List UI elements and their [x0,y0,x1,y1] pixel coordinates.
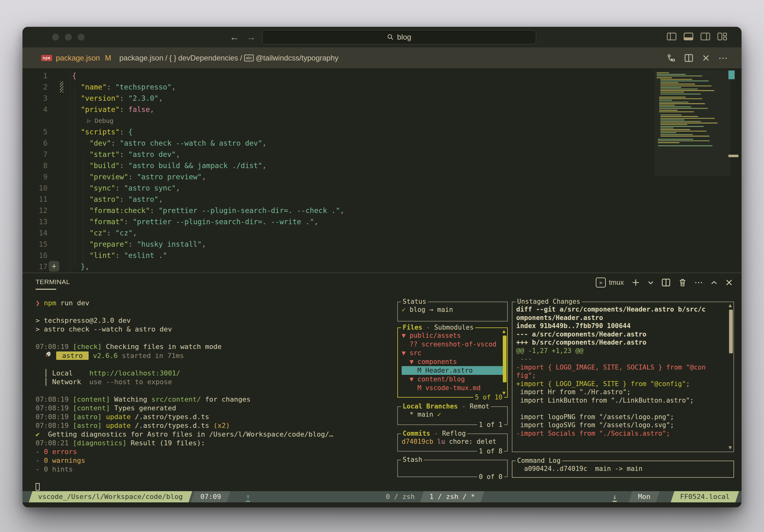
scroll-down-icon[interactable]: ▼ [727,445,733,450]
toggle-panel-icon[interactable] [683,32,693,41]
list-item-selected[interactable]: M Header.astro [402,366,505,375]
list-item[interactable]: M vscode-tmux.md [402,384,505,392]
forward-button[interactable]: → [247,31,256,43]
list-item[interactable]: ▼ components [402,357,505,366]
tmux-window-0[interactable]: 0 / zsh [386,491,415,502]
code-line: 1{ [23,70,344,81]
minimize-button[interactable] [65,34,72,41]
breadcrumb-file[interactable]: package.json [119,54,163,63]
list-item[interactable]: diff --git a/src/components/Header.astro… [516,305,731,314]
minimap-line [661,79,692,80]
list-item[interactable]: d74019cb lu chore: delet [402,437,505,446]
list-item[interactable]: --- a/src/components/Header.astro [516,330,731,339]
customize-layout-icon[interactable] [717,32,728,41]
list-item[interactable]: import logoPNG from "/assets/logo.png"; [516,413,731,421]
list-item[interactable]: ✓ blog → main [402,305,505,314]
scrollbar-thumb[interactable] [729,310,733,353]
scroll-down-icon[interactable]: ▼ [501,390,506,396]
list-item[interactable]: index 91b449b..7fbb790 100644 [516,322,731,330]
list-item[interactable]: +import { LOGO_IMAGE, SITE } from "@conf… [516,380,731,388]
text-line [36,360,333,369]
breadcrumb[interactable]: package.json/{ }devDependencies/abc@tail… [119,54,338,63]
lazygit-files-panel[interactable]: Files - Submodules▼ public/assets ?? scr… [397,328,508,398]
panel-counter: 0 of 0 [477,472,504,481]
text-line: 07:08:21 [diagnostics] Result (19 files)… [36,439,333,448]
tab-filename[interactable]: package.json [56,54,100,63]
close-panel-icon[interactable] [725,279,733,287]
code-line: 17 }, [23,261,344,272]
list-item[interactable]: @@ -1,27 +1,23 @@ [516,347,731,355]
breadcrumb-item[interactable]: @tailwindcss/typography [256,54,339,63]
list-item[interactable]: import LinkButton from "./LinkButton.ast… [516,396,731,405]
tmux-session-segment[interactable]: vscode_/Users/l/Workspace/code/blog [31,491,190,502]
kill-terminal-icon[interactable] [678,278,687,287]
tmux-window-1-active[interactable]: 1 / zsh / * [422,491,482,502]
more-actions-icon[interactable]: ⋯ [718,53,728,63]
list-item[interactable]: ?? screenshot-of-vscod [402,340,505,349]
terminal-session-chip[interactable]: > tmux [596,278,624,288]
terminal-console[interactable]: ❯ npm run dev > techspresso@2.3.0 dev> a… [36,299,333,491]
list-item[interactable]: -import Socials from "./Socials.astro"; [516,429,731,438]
toggle-primary-sidebar-icon[interactable] [667,32,676,41]
tmux-status-bar: vscode_/Users/l/Workspace/code/blog 07:0… [23,491,741,502]
terminal-more-icon[interactable]: ⋯ [694,278,703,287]
minimap-line [659,108,708,109]
titlebar: ← → blog [23,27,741,48]
minimap-line [659,98,702,99]
close-button[interactable] [52,34,59,41]
terminal-tab[interactable]: TERMINAL [36,278,70,290]
scroll-up-icon[interactable]: ▲ [727,303,733,308]
string-type-icon: abc [244,55,254,62]
breadcrumb-section[interactable]: devDependencies [178,54,238,63]
list-item[interactable]: ▼ src [402,349,505,357]
minimap-line [661,83,695,84]
minimap[interactable] [656,72,728,177]
code-line: 12 "format:check": "prettier --plugin-se… [23,205,344,216]
list-item[interactable]: a090424..d74019c main -> main [516,464,731,473]
back-button[interactable]: ← [230,31,239,43]
terminal-session-name: tmux [609,279,624,287]
list-item[interactable]: +++ b/src/components/Header.astro [516,338,731,347]
list-item[interactable] [516,404,731,413]
list-item[interactable]: -import { LOGO_IMAGE, SITE, SOCIALS } fr… [516,363,731,372]
scroll-up-icon[interactable]: ▲ [501,329,506,334]
split-terminal-icon[interactable] [661,278,671,287]
list-item[interactable]: ▼ content/blog [402,375,505,384]
split-editor-icon[interactable] [684,53,693,63]
list-item[interactable]: ▼ public/assets [402,331,505,340]
list-item[interactable]: fig"; [516,371,731,380]
command-center-search[interactable]: blog [262,30,536,44]
new-terminal-icon[interactable] [631,278,640,287]
list-item[interactable]: --- [516,355,731,363]
minimap-line [657,77,672,78]
list-item[interactable]: * main ✓ [402,410,505,419]
list-item[interactable]: omponents/Header.astro [516,314,731,322]
maximize-button[interactable] [78,34,85,41]
search-icon [387,34,394,41]
lazygit-unstaged-changes-panel[interactable]: Unstaged Changesdiff --git a/src/compone… [512,302,734,452]
code-line: 9 "preview": "astro preview", [23,171,344,183]
terminal-header: TERMINAL > tmux ⋯ [23,273,741,298]
scrollbar-marker[interactable] [728,155,738,157]
lazygit-status-panel[interactable]: Status✓ blog → main [397,302,508,322]
panel-body: ▼ public/assets ?? screenshot-of-vscod▼ … [402,331,505,396]
list-item[interactable]: import Hr from "./Hr.astro"; [516,388,731,396]
minimap-line [659,105,675,106]
open-changes-icon[interactable] [667,53,676,63]
code-line: 3 "version": "2.3.0", [23,93,344,104]
lazygit-stash-panel[interactable]: Stash0 of 0 [397,460,508,477]
lazygit-branches-panel[interactable]: Local Branches - Remot * main ✓1 of 1 [397,406,508,425]
list-item[interactable]: import logoSVG from "/assets/logo.svg"; [516,421,731,429]
close-editor-icon[interactable] [701,54,710,63]
code-line: 10 "sync": "astro sync", [23,183,344,194]
inline-add-button[interactable]: + [49,261,59,272]
minimap-line [661,134,693,135]
code-line: 11 "astro": "astro", [23,194,344,205]
lazygit-commits-panel[interactable]: Commits - Reflogd74019cb lu chore: delet… [397,434,508,452]
toggle-secondary-sidebar-icon[interactable] [700,32,710,41]
download-icon: ↓ [613,491,617,502]
code-editor[interactable]: 1{2 "name": "techspresso",3 "version": "… [23,68,741,273]
scrollbar-thumb[interactable] [503,335,506,382]
terminal-dropdown-icon[interactable] [648,278,654,287]
maximize-panel-icon[interactable] [711,278,717,287]
